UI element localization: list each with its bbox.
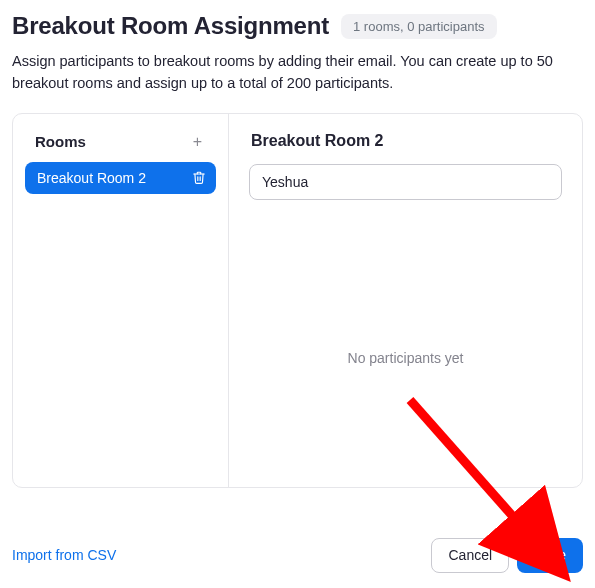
page-footer: Import from CSV Cancel Save — [12, 538, 583, 573]
rooms-sidebar: Rooms + Breakout Room 2 — [13, 114, 229, 487]
save-button[interactable]: Save — [517, 538, 583, 573]
room-item[interactable]: Breakout Room 2 — [25, 162, 216, 194]
page-description: Assign participants to breakout rooms by… — [12, 50, 583, 95]
rooms-header: Rooms + — [25, 132, 216, 162]
trash-icon — [192, 170, 206, 185]
add-room-button[interactable]: + — [189, 132, 206, 152]
room-count-badge: 1 rooms, 0 participants — [341, 14, 497, 39]
delete-room-button[interactable] — [192, 170, 206, 185]
participant-email-input[interactable] — [249, 164, 562, 200]
page-title: Breakout Room Assignment — [12, 12, 329, 40]
page-header: Breakout Room Assignment 1 rooms, 0 part… — [12, 12, 583, 40]
cancel-button[interactable]: Cancel — [431, 538, 509, 573]
assignment-panel: Rooms + Breakout Room 2 Breakout Room 2 … — [12, 113, 583, 488]
room-item-label: Breakout Room 2 — [37, 170, 146, 186]
footer-buttons: Cancel Save — [431, 538, 583, 573]
room-detail-title: Breakout Room 2 — [251, 132, 562, 150]
room-detail-pane: Breakout Room 2 No participants yet — [229, 114, 582, 487]
plus-icon: + — [193, 133, 202, 150]
rooms-label: Rooms — [35, 133, 86, 150]
no-participants-message: No participants yet — [249, 350, 562, 366]
import-csv-link[interactable]: Import from CSV — [12, 547, 116, 563]
